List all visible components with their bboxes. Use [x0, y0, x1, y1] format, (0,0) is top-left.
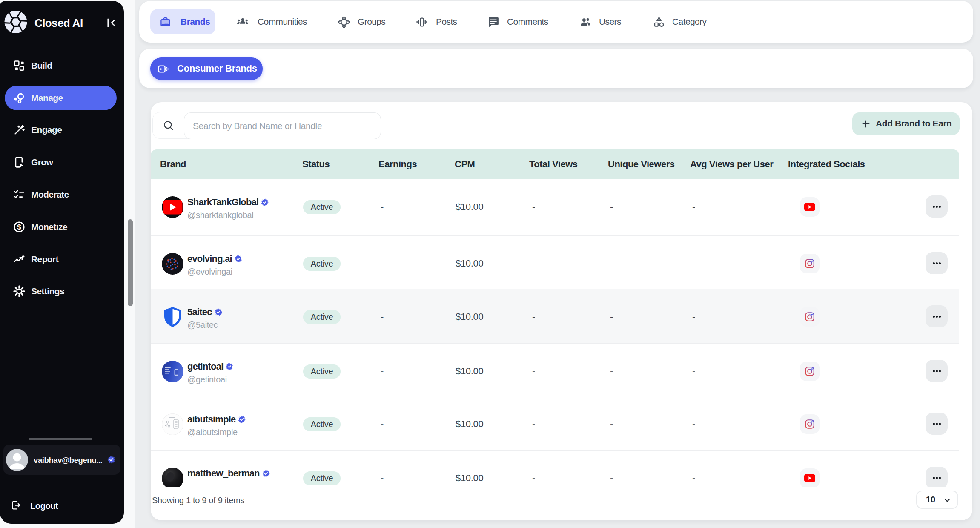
svg-text:$: $	[17, 223, 21, 231]
